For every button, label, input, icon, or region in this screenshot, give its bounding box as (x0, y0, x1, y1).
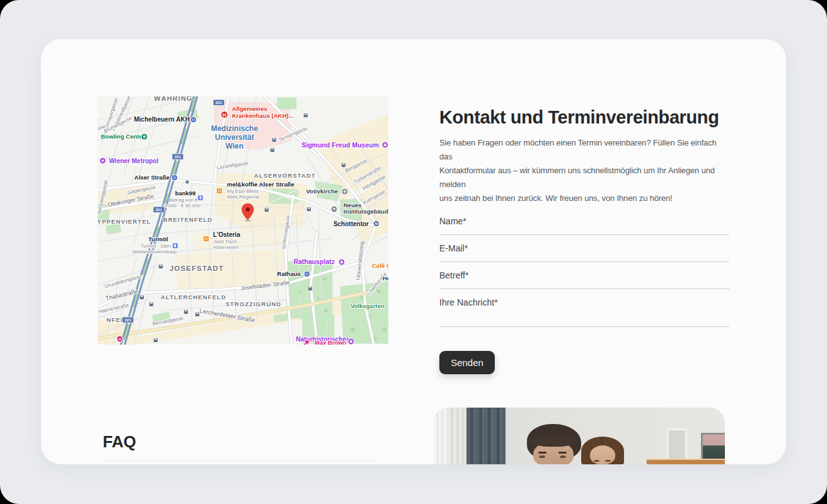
poi-label: Turmöl - Dein (141, 243, 171, 249)
poi-label: Michelbeuern AKH (134, 116, 190, 123)
field-input-betreff[interactable] (439, 280, 729, 289)
man-eye-right (560, 455, 566, 458)
map-canvas: WÄHRINGALSERVORSTADTBREITENFELDYPPENVIER… (98, 96, 388, 345)
man-eyebrow-left (538, 452, 547, 454)
faq-section: FAQ (103, 433, 378, 450)
poi-label: My Esel Bikes - (227, 188, 262, 194)
store-icon (185, 180, 189, 184)
district-label: YPPENVIERTEL (98, 218, 151, 225)
woman-hair-part (601, 437, 603, 445)
route-badge: 221 (172, 154, 183, 160)
museum-icon (338, 259, 345, 265)
district-label: JOSEFSTADT (170, 265, 224, 272)
bus-icon (303, 113, 308, 117)
district-label: BREITENFELD (163, 216, 213, 223)
svg-text:H: H (223, 112, 226, 118)
ubahn-icon: U (190, 117, 196, 122)
poi-label: L'Osteria (213, 231, 240, 238)
man-eyebrow-right (558, 452, 567, 454)
poi-label: 3.000 - € 50.000 (164, 203, 201, 209)
poi-label: Votivkirche (306, 188, 338, 195)
svg-text:221: 221 (156, 208, 163, 212)
woman-eye-right (605, 460, 611, 462)
bus-icon (264, 207, 269, 212)
bus-icon (158, 264, 163, 268)
man-fringe (529, 435, 577, 447)
district-label: ALTLERCHENFELD (161, 294, 226, 301)
location-map[interactable]: WÄHRINGALSERVORSTADTBREITENFELDYPPENVIER… (98, 96, 388, 345)
dark-curtain (466, 408, 506, 464)
field-label: E-Mail* (439, 243, 731, 253)
field-label: Name* (439, 216, 731, 226)
field-label: Ihre Nachricht* (439, 297, 731, 307)
metro-icon: M (373, 220, 379, 226)
content-card: WÄHRINGALSERVORSTADTBREITENFELDYPPENVIER… (41, 39, 786, 464)
poi-label: Allgemeines (232, 105, 267, 112)
hospital-icon: H (221, 111, 228, 118)
svg-text:U: U (173, 176, 176, 180)
poi-label: Alser Straße (134, 174, 170, 181)
bank-icon: $ (198, 195, 204, 201)
contact-form: Name*E-Mail*Betreff*Ihre Nachricht* (439, 216, 731, 327)
page-background: WÄHRINGALSERVORSTADTBREITENFELDYPPENVIER… (0, 0, 827, 504)
contact-title: Kontakt und Terminvereinbarung (439, 107, 731, 128)
poi-label: Universität (215, 133, 254, 142)
woman-eye-left (594, 460, 599, 462)
woman-face (590, 445, 615, 464)
svg-text:U6: U6 (118, 338, 122, 341)
consultation-photo (434, 408, 725, 464)
field-input-ihrenachricht[interactable] (439, 307, 729, 327)
attraction-icon (100, 158, 106, 164)
restaurant-icon (217, 188, 223, 194)
faq-divider (103, 461, 378, 461)
poi-label: liebster Boxenstopp (132, 249, 177, 255)
poi-label: Medizinische (211, 124, 258, 133)
svg-text:M: M (375, 222, 378, 226)
district-label: WÄHRING (154, 96, 192, 102)
bus-icon (139, 295, 144, 299)
send-button[interactable]: Senden (439, 351, 495, 374)
poi-label: He (383, 275, 388, 282)
poi-label: Krankenhaus (AKH)... (232, 112, 294, 119)
sheer-curtain (434, 408, 448, 464)
bus-icon (270, 147, 274, 152)
bus-icon (149, 302, 153, 306)
bus-icon (195, 312, 199, 316)
wooden-sideboard (647, 459, 725, 464)
poi-label: Jetzt Tisch (213, 239, 237, 244)
poi-label: Schottentor (333, 220, 369, 227)
poi-label: Alles Regional (227, 194, 259, 200)
form-field: Betreff* (439, 270, 731, 289)
ubahn-icon: U (171, 175, 177, 180)
form-field: Ihre Nachricht* (439, 297, 731, 327)
bus-icon (308, 286, 312, 290)
school-icon (331, 206, 337, 212)
poi-label: Institutsgebäude (344, 208, 388, 215)
svg-text:U: U (192, 118, 195, 122)
poi-label: Café Ce (372, 262, 388, 269)
district-label: ALSERVORSTADT (254, 172, 316, 179)
district-label: STROZZIGRUND (226, 301, 282, 307)
poi-label: Volksgarten (350, 302, 385, 309)
poi-label: Wien (226, 142, 244, 151)
route-badge: 221 (213, 100, 224, 106)
poi-label: Rathaus (277, 270, 301, 277)
shop-icon (305, 340, 309, 345)
form-field: E-Mail* (439, 243, 731, 262)
poi-label: Rathausplatz (294, 258, 335, 265)
poi-label: bank99 (175, 190, 196, 197)
field-input-name[interactable] (439, 226, 729, 235)
svg-text:U: U (306, 272, 308, 276)
bus-icon (341, 163, 345, 167)
contact-intro: Sie haben Fragen oder möchten einen Term… (439, 136, 731, 205)
sheer-curtain-2 (448, 408, 466, 464)
bus-icon (183, 309, 188, 314)
poi-label: Betrag von € (169, 197, 198, 203)
field-input-email[interactable] (439, 253, 729, 262)
poi-label: Sigmund Freud Museum (301, 141, 379, 149)
faq-title: FAQ (103, 433, 378, 450)
svg-text:221: 221 (175, 155, 182, 159)
route-badge: 221 (122, 317, 134, 323)
svg-text:221: 221 (216, 101, 223, 105)
svg-text:221: 221 (125, 318, 132, 322)
